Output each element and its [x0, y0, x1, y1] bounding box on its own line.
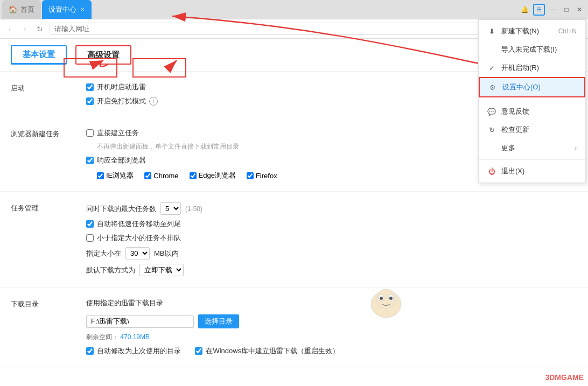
edge-checkbox[interactable] [190, 172, 197, 179]
window-controls: 🔔 ≡ — □ ✕ [520, 4, 584, 16]
more-arrow-icon: › [575, 144, 577, 152]
app-window: 🏠 首页 设置中心 ✕ 🔔 ≡ — □ ✕ ‹ › ↻ [0, 0, 588, 386]
auto-modify-dir-text: 自动修改为上次使用的目录 [97, 346, 181, 356]
max-concurrent-row: 同时下载的最大任务数 5 (1-50) [86, 202, 577, 215]
tab-advanced-settings[interactable]: 高级设置 [75, 45, 131, 65]
select-dir-button[interactable]: 选择目录 [198, 314, 239, 328]
windows-library-checkbox[interactable] [195, 347, 202, 355]
import-label: 导入未完成下载(I) [501, 45, 557, 54]
default-mode-row: 默认下载方式为 立即下载 [86, 264, 577, 276]
max-concurrent-label: 同时下载的最大任务数 [86, 204, 156, 214]
download-dir-label: 下载目录 [11, 298, 65, 356]
menu-item-exit[interactable]: ⏻ 退出(X) [479, 162, 585, 180]
direct-task-text: 直接建立任务 [97, 128, 139, 138]
new-download-label: 新建下载(N) [501, 26, 539, 36]
dir-input[interactable] [86, 315, 194, 328]
auto-modify-dir-checkbox[interactable] [86, 347, 94, 355]
direct-task-checkbox[interactable] [86, 129, 94, 137]
close-button[interactable]: ✕ [575, 5, 584, 14]
startup-checkbox-2[interactable] [86, 97, 94, 105]
menu-item-check-update[interactable]: ↻ 检查更新 [479, 121, 585, 139]
startup-text-1: 开机时启动迅雷 [97, 82, 146, 92]
free-space-label: 剩余空间： [86, 333, 118, 341]
firefox-checkbox[interactable] [247, 172, 254, 179]
bell-icon[interactable]: 🔔 [520, 5, 529, 14]
startup-text-2: 开启免打扰模式 [97, 96, 146, 106]
browser-ie: IE浏览器 [97, 171, 134, 180]
download-dir-content: 使用指定的迅雷下载目录 选择目录 剩余空间： 470.19MB 自动修改为上次使… [86, 298, 577, 356]
update-icon: ↻ [487, 126, 496, 134]
default-mode-label: 默认下载方式为 [86, 265, 135, 275]
new-download-icon: ⬇ [487, 27, 496, 36]
task-management-row: 任务管理 同时下载的最大任务数 5 (1-50) 自动将低速任务移动至列尾 [11, 202, 577, 276]
exit-label: 退出(X) [501, 166, 524, 176]
start-boot-label: 开机启动(R) [501, 63, 539, 73]
tab-home-label: 首页 [20, 5, 34, 15]
size-limit-select[interactable]: 30 [125, 247, 150, 259]
section-task-management: 任务管理 同时下载的最大任务数 5 (1-50) 自动将低速任务移动至列尾 [0, 192, 588, 287]
dropdown-menu: ⬇ 新建下载(N) Ctrl+N 导入未完成下载(I) ✓ 开机启动(R) ⚙ … [478, 19, 586, 183]
tab-bar: 🏠 首页 设置中心 ✕ 🔔 ≡ — □ ✕ [0, 0, 588, 19]
tab-settings[interactable]: 设置中心 ✕ [42, 0, 92, 19]
default-mode-select[interactable]: 立即下载 [139, 264, 184, 276]
respond-all-checkbox[interactable] [86, 157, 94, 164]
check-update-label: 检查更新 [501, 125, 529, 135]
menu-item-import[interactable]: 导入未完成下载(I) [479, 40, 585, 59]
watermark: 3DMGAME [545, 373, 584, 382]
menu-item-settings-center[interactable]: ⚙ 设置中心(O) [479, 77, 585, 97]
skip-small-checkbox[interactable] [86, 234, 94, 242]
more-label: 更多 [501, 143, 515, 153]
max-concurrent-select[interactable]: 5 [160, 202, 181, 215]
tab-basic-settings[interactable]: 基本设置 [11, 45, 67, 65]
maximize-button[interactable]: □ [562, 5, 571, 14]
free-space-value: 470.19MB [120, 333, 150, 341]
hint-icon[interactable]: i [149, 97, 158, 106]
back-button[interactable]: ‹ [4, 24, 15, 34]
tab-close-icon[interactable]: ✕ [80, 6, 85, 13]
refresh-button[interactable]: ↻ [34, 24, 45, 34]
download-dir-row: 下载目录 使用指定的迅雷下载目录 选择目录 剩余空间： 470.19MB [11, 298, 577, 356]
settings-center-label: 设置中心(O) [502, 82, 541, 92]
use-specified-text: 使用指定的迅雷下载目录 [86, 298, 577, 308]
forward-button[interactable]: › [19, 24, 30, 34]
edge-label: Edge浏览器 [199, 171, 236, 180]
browser-edge: Edge浏览器 [190, 171, 236, 180]
menu-item-start-boot[interactable]: ✓ 开机启动(R) [479, 59, 585, 77]
feedback-icon: 💬 [487, 108, 496, 116]
feedback-label: 意见反馈 [501, 107, 529, 116]
ie-checkbox[interactable] [97, 172, 104, 179]
respond-all-text: 响应全部浏览器 [97, 156, 146, 165]
exit-icon: ⏻ [487, 167, 496, 176]
task-management-content: 同时下载的最大任务数 5 (1-50) 自动将低速任务移动至列尾 [86, 202, 577, 276]
dir-row: 选择目录 [86, 314, 577, 328]
move-slow-checkbox[interactable] [86, 220, 94, 228]
space-info: 剩余空间： 470.19MB [86, 333, 577, 342]
auto-modify-dir-row: 自动修改为上次使用的目录 在Windows库中建立迅雷下载（重启生效） [86, 346, 577, 356]
skip-small-text: 小于指定大小的任务不排队 [97, 233, 181, 243]
chrome-checkbox[interactable] [144, 172, 151, 179]
task-management-label: 任务管理 [11, 202, 65, 276]
section-download-dir: 下载目录 使用指定的迅雷下载目录 选择目录 剩余空间： 470.19MB [0, 287, 588, 367]
windows-library-text: 在Windows库中建立迅雷下载（重启生效） [206, 346, 339, 356]
max-concurrent-range: (1-50) [185, 205, 202, 213]
menu-button[interactable]: ≡ [533, 4, 545, 16]
size-limit-row: 指定大小在 30 MB以内 [86, 247, 577, 259]
new-download-shortcut: Ctrl+N [558, 27, 577, 35]
menu-item-new-download[interactable]: ⬇ 新建下载(N) Ctrl+N [479, 22, 585, 40]
minimize-button[interactable]: — [549, 5, 558, 14]
menu-divider-2 [479, 159, 585, 160]
menu-item-feedback[interactable]: 💬 意见反馈 [479, 102, 585, 121]
size-limit-label: 指定大小在 [86, 249, 121, 258]
move-slow-task-row: 自动将低速任务移动至列尾 [86, 219, 577, 229]
browser-firefox: Firefox [247, 171, 277, 180]
tab-home[interactable]: 🏠 首页 [2, 0, 41, 19]
ie-label: IE浏览器 [106, 171, 134, 180]
menu-item-more[interactable]: 更多 › [479, 139, 585, 157]
skip-small-task-row: 小于指定大小的任务不排队 [86, 233, 577, 243]
home-icon: 🏠 [9, 5, 17, 13]
browser-chrome: Chrome [144, 171, 178, 180]
boot-checkmark-icon: ✓ [487, 64, 496, 72]
size-limit-unit: MB以内 [154, 249, 179, 258]
startup-checkbox-1[interactable] [86, 83, 94, 91]
startup-label: 启动 [11, 82, 65, 106]
